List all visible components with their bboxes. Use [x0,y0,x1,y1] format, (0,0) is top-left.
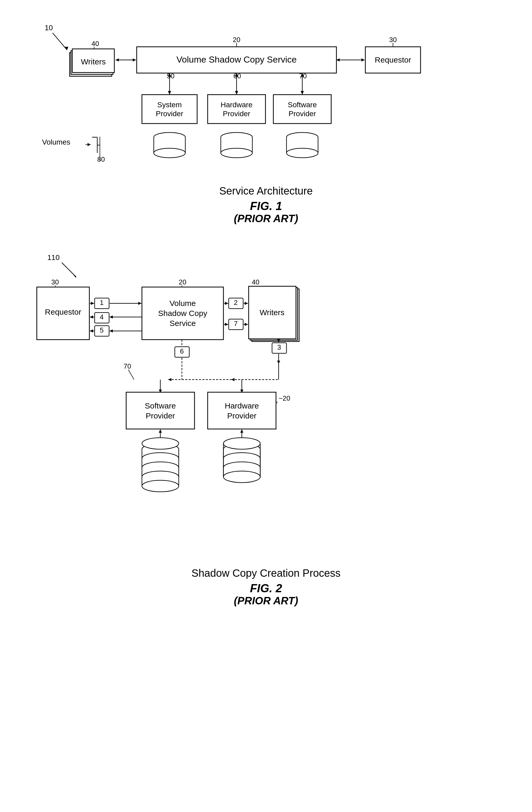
fig1-section: 10 Writers 40 Volume Shadow Copy Service… [21,16,511,224]
svg-point-142 [224,438,260,449]
svg-marker-75 [225,302,228,305]
fig2-step4: 4 [100,313,103,321]
svg-rect-102 [126,392,195,429]
fig2-sw-text2: Provider [146,411,175,420]
fig1-label: FIG. 1 [21,200,511,213]
fig2-label: FIG. 2 [21,582,511,595]
svg-marker-97 [231,378,234,381]
svg-marker-67 [90,316,93,319]
fig1-diagram: 10 Writers 40 Volume Shadow Copy Service… [21,16,494,179]
fig1-requestor-ref: 30 [389,36,397,44]
svg-marker-80 [225,323,228,326]
fig2-hw-text1: Hardware [225,402,259,410]
fig2-writers-text: Writers [260,308,284,317]
fig1-volumes-text: Volumes [42,138,70,146]
svg-marker-65 [110,316,113,319]
fig2-step2: 2 [234,299,238,306]
svg-marker-47 [87,143,91,146]
fig2-diagram: 110 30 Requestor 20 Volume Shadow Copy S… [21,246,494,561]
fig2-step3: 3 [277,343,281,351]
fig2-step7: 7 [234,320,238,328]
svg-marker-70 [110,329,113,333]
fig2-vscs-text2: Shadow Copy [158,309,207,318]
fig1-vol-ref: 80 [97,155,105,163]
fig1-sw-text2: Provider [289,110,316,118]
svg-marker-18 [168,91,171,95]
fig1-sys-text1: System [157,101,182,109]
fig1-vscs-ref: 20 [233,36,241,44]
fig2-sw-text1: Software [145,402,176,410]
fig2-writers-ref: 40 [252,278,259,286]
fig2-hw-text2: Provider [227,411,257,420]
svg-rect-26 [208,95,265,124]
fig1-hw-text1: Hardware [220,101,252,109]
svg-marker-50 [73,274,76,278]
svg-marker-60 [91,302,94,305]
fig1-caption: Service Architecture [21,185,511,197]
fig2-vscs-text1: Volume [170,299,196,307]
svg-point-37 [221,148,252,158]
svg-marker-82 [245,323,248,326]
svg-rect-27 [273,95,331,124]
fig2-caption: Shadow Copy Creation Process [21,567,511,579]
fig2-section: 110 30 Requestor 20 Volume Shadow Copy S… [21,246,511,607]
fig1-sw-text1: Software [288,101,317,109]
fig1-writers-label: Writers [81,57,106,66]
svg-marker-77 [245,302,248,305]
fig2-sublabel: (PRIOR ART) [21,595,511,607]
svg-point-141 [224,471,260,483]
svg-marker-15 [361,58,364,61]
fig1-sublabel: (PRIOR ART) [21,213,511,224]
svg-rect-103 [208,392,276,429]
svg-rect-25 [142,95,197,124]
svg-marker-21 [235,91,238,95]
svg-marker-11 [116,58,119,61]
svg-marker-72 [90,329,93,333]
fig1-writers-ref: 40 [91,40,99,47]
fig2-sw-ref: 70 [124,362,131,370]
svg-marker-12 [133,58,136,61]
fig2-vscs-ref: 20 [179,278,186,286]
svg-marker-109 [240,430,243,433]
fig1-requestor-text: Requestor [375,56,411,64]
svg-point-32 [154,148,185,158]
fig2-step5: 5 [100,326,103,334]
svg-marker-14 [336,58,340,61]
svg-marker-106 [159,430,162,433]
svg-marker-93 [168,378,171,381]
svg-line-89 [128,369,134,380]
fig1-vscs-text: Volume Shadow Copy Service [176,54,297,64]
svg-line-0 [53,33,67,50]
fig2-step1: 1 [100,299,103,306]
fig1-sys-text2: Provider [156,110,183,118]
page: 10 Writers 40 Volume Shadow Copy Service… [0,0,532,622]
fig2-vscs-text3: Service [170,319,196,328]
svg-line-104 [276,402,277,403]
fig2-ref: 110 [47,253,60,262]
svg-point-128 [142,438,179,449]
fig2-req-ref: 30 [51,278,59,286]
svg-marker-87 [277,361,280,364]
svg-marker-24 [301,91,304,95]
fig2-hw-ref: ~20 [278,394,290,402]
svg-point-127 [142,480,179,492]
svg-line-49 [62,263,76,277]
svg-point-42 [287,148,318,158]
fig1-ref: 10 [45,24,53,32]
svg-marker-62 [138,302,141,305]
fig1-hw-text2: Provider [223,110,250,118]
fig2-req-text: Requestor [45,307,81,316]
fig2-step6: 6 [180,347,184,355]
